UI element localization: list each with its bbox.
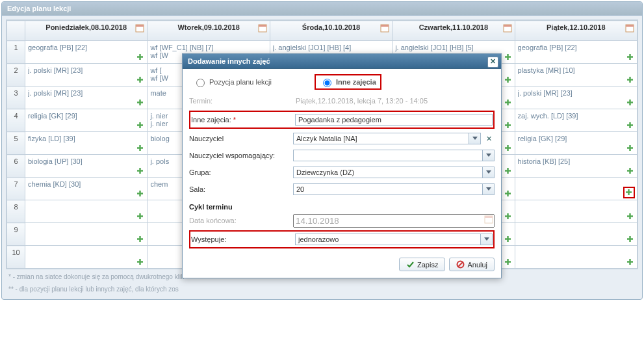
lesson-entry[interactable]: geografia [PB] [22] — [28, 44, 144, 51]
timetable-cell[interactable] — [25, 200, 148, 223]
col-label: Piątek,12.10.2018 — [547, 23, 606, 31]
combo-grupa[interactable]: Dziewczynka (DZ) — [293, 167, 495, 178]
radio-other-input[interactable] — [323, 79, 331, 87]
timetable-cell[interactable]: fizyka [LD] [39] — [25, 132, 148, 155]
chevron-down-icon[interactable] — [482, 150, 494, 161]
plus-icon[interactable] — [626, 98, 635, 107]
cancel-button[interactable]: Anuluj — [449, 258, 495, 271]
plus-icon[interactable] — [626, 212, 635, 221]
lesson-entry[interactable]: j. polski [MR] [23] — [518, 89, 634, 97]
plus-icon[interactable] — [504, 53, 513, 62]
plus-icon[interactable] — [136, 98, 145, 107]
timetable-cell[interactable]: biologia [UP] [30] — [25, 155, 148, 178]
plus-icon[interactable] — [626, 167, 635, 176]
radio-other-activity[interactable]: Inne zajęcia — [315, 74, 381, 90]
lesson-entry[interactable]: j. polski [MR] [23] — [28, 89, 144, 97]
plus-icon[interactable] — [504, 98, 513, 107]
plus-icon[interactable] — [626, 53, 635, 62]
calendar-icon[interactable] — [380, 23, 389, 33]
clear-nauczyciel-icon[interactable]: ✕ — [483, 133, 495, 144]
combo-nauczyciel[interactable]: Alczyk Natalia [NA] — [293, 133, 481, 144]
plus-icon[interactable] — [626, 235, 635, 244]
lesson-entry[interactable]: j. angielski [JO1] [HB] [4] — [273, 44, 389, 51]
lesson-entry[interactable]: j. polski [MR] [23] — [28, 66, 144, 74]
timetable-cell[interactable]: historia [KB] [25] — [515, 155, 637, 178]
chevron-down-icon[interactable] — [482, 167, 494, 178]
plus-icon[interactable] — [136, 144, 145, 153]
plus-icon[interactable] — [136, 235, 145, 244]
row-number: 10 — [7, 246, 25, 269]
lesson-entry[interactable]: biologia [UP] [30] — [28, 157, 144, 165]
plus-icon[interactable] — [626, 75, 635, 85]
chevron-down-icon[interactable] — [480, 234, 492, 245]
lesson-entry[interactable]: religia [GK] [29] — [28, 112, 144, 120]
plus-icon[interactable] — [504, 189, 513, 198]
close-icon[interactable]: ✕ — [487, 57, 498, 68]
timetable-cell[interactable] — [25, 223, 148, 246]
timetable-cell[interactable]: religia [GK] [29] — [515, 132, 637, 155]
col-header-mon[interactable]: Poniedziałek,08.10.2018 — [25, 21, 148, 41]
plus-icon[interactable] — [136, 75, 145, 85]
lesson-entry[interactable]: geografia [PB] [22] — [518, 44, 634, 51]
plus-icon[interactable] — [504, 167, 513, 176]
chevron-down-icon[interactable] — [469, 133, 480, 144]
timetable-cell[interactable] — [515, 178, 637, 200]
timetable-cell[interactable] — [515, 223, 637, 246]
plus-icon[interactable] — [623, 187, 635, 198]
input-data-koncowa[interactable] — [293, 214, 495, 228]
combo-sala[interactable]: 20 — [293, 183, 495, 195]
calendar-icon[interactable] — [625, 23, 634, 33]
input-inne-zajecia[interactable] — [295, 114, 493, 126]
lesson-entry[interactable]: plastyka [MR] [10] — [518, 66, 634, 74]
plus-icon[interactable] — [136, 121, 145, 130]
plus-icon[interactable] — [504, 144, 513, 153]
lesson-entry[interactable]: religia [GK] [29] — [518, 135, 634, 142]
lesson-entry[interactable]: wf [WF_C1] [NB] [7] — [150, 44, 266, 51]
combo-wystepuje[interactable]: jednorazowo — [295, 234, 493, 245]
plus-icon[interactable] — [504, 212, 513, 221]
svg-rect-7 — [504, 25, 511, 27]
radio-plan-input[interactable] — [196, 79, 205, 87]
plus-icon[interactable] — [504, 75, 513, 85]
plus-icon[interactable] — [136, 212, 145, 221]
timetable-cell[interactable]: j. polski [MR] [23] — [25, 87, 148, 109]
calendar-icon[interactable] — [503, 23, 512, 33]
timetable-cell[interactable]: geografia [PB] [22] — [25, 41, 148, 64]
lesson-entry[interactable]: historia [KB] [25] — [518, 157, 634, 165]
plus-icon[interactable] — [626, 121, 635, 130]
radio-plan-position[interactable]: Pozycja planu lekcji — [189, 74, 276, 90]
lesson-entry[interactable]: chemia [KD] [30] — [28, 180, 144, 188]
plus-icon[interactable] — [504, 258, 513, 267]
timetable-cell[interactable] — [25, 246, 148, 269]
lesson-entry[interactable]: zaj. wych. [LD] [39] — [518, 112, 634, 120]
plus-icon[interactable] — [626, 258, 635, 267]
col-header-fri[interactable]: Piątek,12.10.2018 — [515, 21, 637, 41]
timetable-cell[interactable] — [515, 200, 637, 223]
col-header-thu[interactable]: Czwartek,11.10.2018 — [393, 21, 515, 41]
chevron-down-icon[interactable] — [482, 184, 494, 194]
plus-icon[interactable] — [626, 144, 635, 153]
plus-icon[interactable] — [136, 167, 145, 176]
plus-icon[interactable] — [504, 121, 513, 130]
plus-icon[interactable] — [136, 189, 145, 198]
timetable-cell[interactable]: j. polski [MR] [23] — [515, 87, 637, 109]
calendar-icon[interactable] — [135, 23, 144, 33]
timetable-cell[interactable]: geografia [PB] [22] — [515, 41, 637, 64]
col-header-wed[interactable]: Środa,10.10.2018 — [270, 21, 392, 41]
timetable-cell[interactable]: j. polski [MR] [23] — [25, 64, 148, 87]
combo-nauczyciel-wsp[interactable] — [293, 150, 495, 161]
timetable-cell[interactable]: chemia [KD] [30] — [25, 178, 148, 200]
calendar-icon[interactable] — [484, 215, 493, 225]
col-header-tue[interactable]: Wtorek,09.10.2018 — [148, 21, 270, 41]
plus-icon[interactable] — [136, 53, 145, 62]
lesson-entry[interactable]: fizyka [LD] [39] — [28, 135, 144, 142]
timetable-cell[interactable]: religia [GK] [29] — [25, 109, 148, 132]
timetable-cell[interactable] — [515, 246, 637, 269]
plus-icon[interactable] — [504, 235, 513, 244]
timetable-cell[interactable]: zaj. wych. [LD] [39] — [515, 109, 637, 132]
lesson-entry[interactable]: j. angielski [JO1] [HB] [5] — [395, 44, 511, 51]
save-button[interactable]: Zapisz — [399, 258, 445, 271]
calendar-icon[interactable] — [258, 23, 267, 33]
timetable-cell[interactable]: plastyka [MR] [10] — [515, 64, 637, 87]
plus-icon[interactable] — [136, 258, 145, 267]
